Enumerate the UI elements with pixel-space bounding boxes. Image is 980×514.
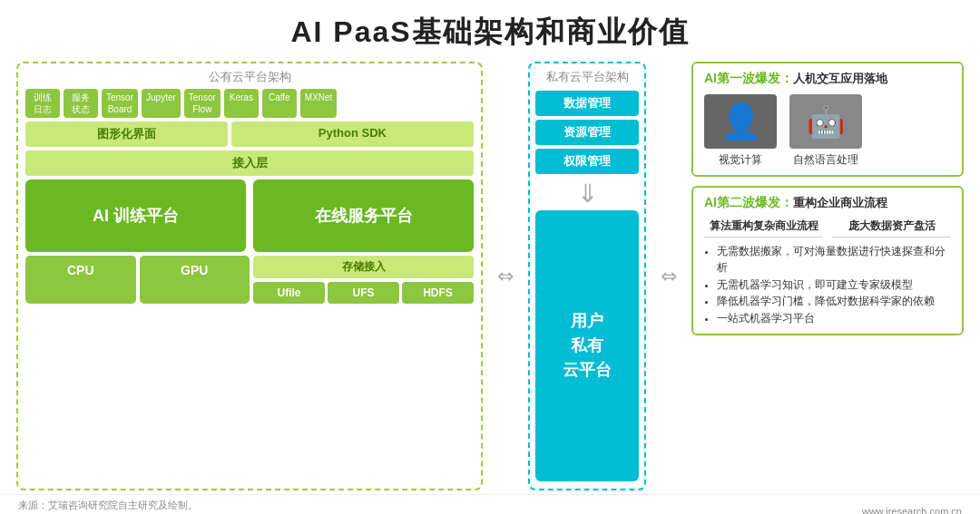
footer-website: www.iresearch.com.cn [862,506,962,515]
private-cloud-label: 私有云平台架构 [535,69,639,85]
storage-ufile: Ufile [253,282,325,304]
nlp-label: 自然语言处理 [793,152,858,168]
wave1-title-accent: AI第一波爆发： [704,71,793,85]
vision-image [704,94,777,149]
wave2-title-text: 重构企业商业流程 [793,196,887,209]
gpu-box: GPU [140,256,250,304]
ui-layer: 图形化界面 [25,121,228,147]
wave2-content: 算法重构复杂商业流程 庞大数据资产盘活 无需数据搬家，可对海量数据进行快速探查和… [704,218,951,326]
platforms-row: AI 训练平台 在线服务平台 [25,179,474,252]
content-area: 公有云平台架构 训练日志 服务状态 TensorBoard Jupyter Te… [0,62,980,490]
wave2-header: 算法重构复杂商业流程 庞大数据资产盘活 [704,218,951,238]
tool-jupyter: Jupyter [142,89,181,118]
wave2-title: AI第二波爆发：重构企业商业流程 [704,195,951,211]
tool-caffe: Caffe [262,89,297,118]
access-layer: 接入层 [25,150,474,176]
wave2-col-algo: 算法重构复杂商业流程 [704,218,823,238]
tool-tensorflow: TensorFlow [184,89,220,118]
wave1-item-vision: 视觉计算 [704,94,777,168]
right-section: AI第一波爆发：人机交互应用落地 视觉计算 自然语言处理 AI第二波爆发：重 [691,62,964,490]
wave1-item-nlp: 自然语言处理 [789,94,862,168]
storage-items: Ufile UFS HDFS [253,282,474,304]
hardware-row: CPU GPU 存储接入 Ufile UFS HDFS [25,256,474,304]
bullet-4: 一站式机器学习平台 [717,310,951,326]
storage-ufs: UFS [328,282,399,304]
footer: 来源：艾瑞咨询研究院自主研究及绘制。 ©2019.06 iResearch In… [0,494,980,514]
private-cloud-section: 私有云平台架构 数据管理 资源管理 权限管理 ⇓ 用户私有云平台 [528,62,646,490]
tool-mxnet: MXNet [300,89,338,118]
bullet-1: 无需数据搬家，可对海量数据进行快速探查和分析 [717,243,951,276]
wave1-content: 视觉计算 自然语言处理 [704,94,951,168]
vision-label: 视觉计算 [719,152,762,168]
footer-source-text: 来源：艾瑞咨询研究院自主研究及绘制。 [18,499,198,510]
tool-log: 训练日志 [25,89,60,118]
bullet-2: 无需机器学习知识，即可建立专家级模型 [717,276,951,293]
arrow-down-icon: ⇓ [535,181,639,207]
wave1-card: AI第一波爆发：人机交互应用落地 视觉计算 自然语言处理 [691,62,964,177]
public-cloud-label: 公有云平台架构 [25,69,474,85]
mgmt-resource: 资源管理 [535,120,639,145]
wave1-title: AI第一波爆发：人机交互应用落地 [704,71,951,87]
wave2-title-accent: AI第二波爆发： [704,195,793,209]
tool-keras: Keras [224,89,259,118]
wave2-bullets: 无需数据搬家，可对海量数据进行快速探查和分析 无需机器学习知识，即可建立专家级模… [704,243,951,326]
mgmt-data: 数据管理 [535,91,639,116]
wave2-col-data: 庞大数据资产盘活 [832,218,951,238]
page-container: AI PaaS基础架构和商业价值 公有云平台架构 训练日志 服务状态 Tenso… [0,0,980,514]
ui-sdk-row: 图形化界面 Python SDK [25,121,474,147]
nlp-image [789,94,862,149]
user-cloud-box: 用户私有云平台 [535,210,639,481]
tool-status: 服务状态 [64,89,98,118]
bullet-3: 降低机器学习门槛，降低对数据科学家的依赖 [717,293,951,309]
storage-section: 存储接入 Ufile UFS HDFS [253,256,474,304]
arrow-mid-right: ⇔ [659,265,679,288]
arrow-left-mid: ⇔ [495,265,515,288]
public-cloud-section: 公有云平台架构 训练日志 服务状态 TensorBoard Jupyter Te… [16,62,483,490]
tool-tensorboard: TensorBoard [102,89,138,118]
mgmt-auth: 权限管理 [535,149,639,174]
page-title: AI PaaS基础架构和商业价值 [0,0,980,62]
wave2-card: AI第二波爆发：重构企业商业流程 算法重构复杂商业流程 庞大数据资产盘活 无需数… [691,186,964,335]
footer-source: 来源：艾瑞咨询研究院自主研究及绘制。 ©2019.06 iResearch In… [18,499,198,514]
storage-label: 存储接入 [253,256,474,278]
train-platform: AI 训练平台 [25,179,246,252]
storage-hdfs: HDFS [402,282,474,304]
tools-row: 训练日志 服务状态 TensorBoard Jupyter TensorFlow… [25,89,474,118]
wave1-title-text: 人机交互应用落地 [793,72,887,85]
sdk-layer: Python SDK [231,121,474,147]
mgmt-boxes: 数据管理 资源管理 权限管理 [535,91,639,174]
service-platform: 在线服务平台 [253,179,474,252]
cpu-box: CPU [25,256,136,304]
